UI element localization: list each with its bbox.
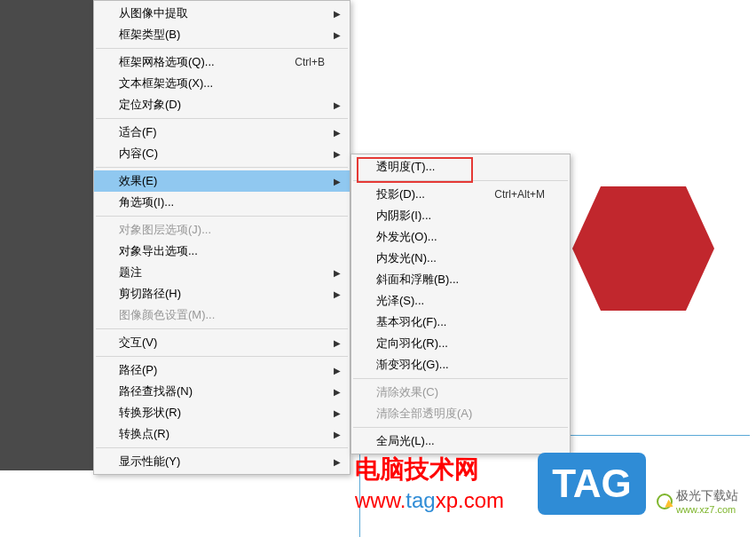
menu-item-label: 对象图层选项(J)... [119, 222, 325, 238]
object-menu-item[interactable]: 文本框架选项(X)... [94, 73, 350, 94]
effects-submenu[interactable]: 透明度(T)...投影(D)...Ctrl+Alt+M内阴影(I)...外发光(… [350, 154, 571, 454]
menu-item-label: 转换点(R) [119, 426, 325, 442]
menu-item-label: 光泽(S)... [376, 293, 545, 309]
menu-item-shortcut: Ctrl+Alt+M [494, 188, 545, 201]
object-menu-item[interactable]: 定位对象(D)▶ [94, 94, 350, 115]
object-menu-item: 图像颜色设置(M)... [94, 304, 350, 326]
object-menu-separator [96, 328, 348, 329]
menu-item-label: 题注 [119, 265, 325, 280]
object-menu-item[interactable]: 转换形状(R)▶ [94, 402, 350, 423]
effects-menu-separator [353, 378, 568, 379]
object-menu-item[interactable]: 角选项(I)... [94, 192, 350, 213]
menu-item-label: 显示性能(Y) [119, 454, 325, 470]
chevron-right-icon: ▶ [334, 177, 341, 186]
effects-menu-item[interactable]: 渐变羽化(G)... [351, 354, 570, 375]
effects-menu-item[interactable]: 基本羽化(F)... [351, 312, 570, 333]
object-menu-item[interactable]: 剪切路径(H)▶ [94, 283, 350, 304]
effects-menu-item[interactable]: 定向羽化(R)... [351, 333, 570, 354]
chevron-right-icon: ▶ [334, 338, 341, 348]
chevron-right-icon: ▶ [334, 9, 341, 19]
watermark-site2-url: www.xz7.com [676, 504, 738, 515]
menu-item-label: 全局光(L)... [376, 433, 545, 449]
menu-item-label: 清除效果(C) [376, 384, 545, 400]
chevron-right-icon: ▶ [334, 30, 341, 40]
object-menu-item[interactable]: 框架网格选项(Q)...Ctrl+B [94, 51, 350, 73]
watermark-site1-url: www.tagxp.com [355, 488, 504, 513]
effects-menu-separator [353, 427, 568, 428]
object-menu-item[interactable]: 路径(P)▶ [94, 359, 350, 381]
watermark-site2: 极光下载站 www.xz7.com [657, 488, 738, 515]
menu-item-label: 内发光(N)... [376, 250, 545, 266]
object-menu-item[interactable]: 显示性能(Y)▶ [94, 451, 350, 472]
menu-item-label: 定向羽化(R)... [376, 336, 545, 351]
effects-menu-item[interactable]: 透明度(T)... [351, 156, 570, 178]
menu-item-shortcut: Ctrl+B [295, 56, 325, 68]
effects-menu-item: 清除效果(C) [351, 382, 570, 403]
menu-item-label: 投影(D)... [376, 186, 484, 202]
menu-item-label: 定位对象(D) [119, 97, 325, 113]
object-menu-separator [96, 447, 348, 448]
menu-item-label: 路径(P) [119, 362, 325, 378]
object-menu-separator [96, 118, 348, 119]
menu-item-label: 内容(C) [119, 146, 325, 162]
effects-menu-item[interactable]: 光泽(S)... [351, 290, 570, 312]
object-menu-item[interactable]: 效果(E)▶ [94, 170, 350, 192]
object-menu-item[interactable]: 题注▶ [94, 262, 350, 283]
effects-menu-separator [353, 180, 568, 181]
menu-item-label: 转换形状(R) [119, 405, 325, 421]
chevron-right-icon: ▶ [334, 128, 341, 138]
menu-item-label: 效果(E) [119, 173, 325, 189]
tag-badge: TAG [538, 453, 646, 515]
menu-item-label: 对象导出选项... [119, 243, 325, 259]
object-menu-separator [96, 167, 348, 168]
chevron-right-icon: ▶ [334, 366, 341, 375]
menu-item-label: 图像颜色设置(M)... [119, 307, 325, 323]
menu-item-label: 内阴影(I)... [376, 208, 545, 224]
object-menu-item[interactable]: 转换点(R)▶ [94, 423, 350, 445]
menu-item-label: 基本羽化(F)... [376, 314, 545, 330]
menu-item-label: 适合(F) [119, 124, 325, 140]
object-menu-item[interactable]: 路径查找器(N)▶ [94, 381, 350, 402]
effects-menu-item[interactable]: 外发光(O)... [351, 226, 570, 248]
object-menu-item[interactable]: 从图像中提取▶ [94, 3, 350, 24]
object-menu-separator [96, 48, 348, 49]
menu-item-label: 角选项(I)... [119, 194, 325, 210]
menu-item-label: 框架类型(B) [119, 27, 325, 43]
menu-item-label: 从图像中提取 [119, 5, 325, 21]
menu-item-label: 框架网格选项(Q)... [119, 54, 284, 70]
object-menu-item[interactable]: 框架类型(B)▶ [94, 24, 350, 45]
chevron-right-icon: ▶ [334, 457, 341, 467]
menu-item-label: 清除全部透明度(A) [376, 406, 545, 422]
watermark-site1-name: 电脑技术网 [355, 453, 479, 486]
effects-menu-item[interactable]: 投影(D)...Ctrl+Alt+M [351, 184, 570, 205]
object-menu-item[interactable]: 对象导出选项... [94, 241, 350, 262]
menu-item-label: 文本框架选项(X)... [119, 75, 325, 91]
effects-menu-item[interactable]: 全局光(L)... [351, 430, 570, 452]
chevron-right-icon: ▶ [334, 100, 341, 110]
chevron-right-icon: ▶ [334, 408, 341, 418]
effects-menu-item[interactable]: 斜面和浮雕(B)... [351, 269, 570, 290]
menu-item-label: 剪切路径(H) [119, 286, 325, 302]
effects-menu-item[interactable]: 内发光(N)... [351, 248, 570, 269]
object-menu-separator [96, 356, 348, 357]
watermark-site2-name: 极光下载站 [676, 488, 738, 504]
object-menu-item: 对象图层选项(J)... [94, 219, 350, 241]
object-menu-item[interactable]: 交互(V)▶ [94, 332, 350, 353]
chevron-right-icon: ▶ [334, 430, 341, 439]
site2-logo-icon [657, 494, 673, 509]
effects-menu-item[interactable]: 内阴影(I)... [351, 205, 570, 226]
menu-item-label: 路径查找器(N) [119, 383, 325, 399]
chevron-right-icon: ▶ [334, 268, 341, 278]
object-context-menu[interactable]: 从图像中提取▶框架类型(B)▶框架网格选项(Q)...Ctrl+B文本框架选项(… [93, 0, 350, 475]
effects-menu-item: 清除全部透明度(A) [351, 403, 570, 424]
menu-item-label: 交互(V) [119, 335, 325, 351]
object-menu-item[interactable]: 适合(F)▶ [94, 122, 350, 143]
chevron-right-icon: ▶ [334, 387, 341, 397]
object-menu-item[interactable]: 内容(C)▶ [94, 143, 350, 164]
object-menu-separator [96, 216, 348, 217]
chevron-right-icon: ▶ [334, 289, 341, 299]
chevron-right-icon: ▶ [334, 149, 341, 159]
menu-item-label: 斜面和浮雕(B)... [376, 272, 545, 288]
menu-item-label: 渐变羽化(G)... [376, 357, 545, 373]
hexagon-shape[interactable] [572, 186, 714, 311]
